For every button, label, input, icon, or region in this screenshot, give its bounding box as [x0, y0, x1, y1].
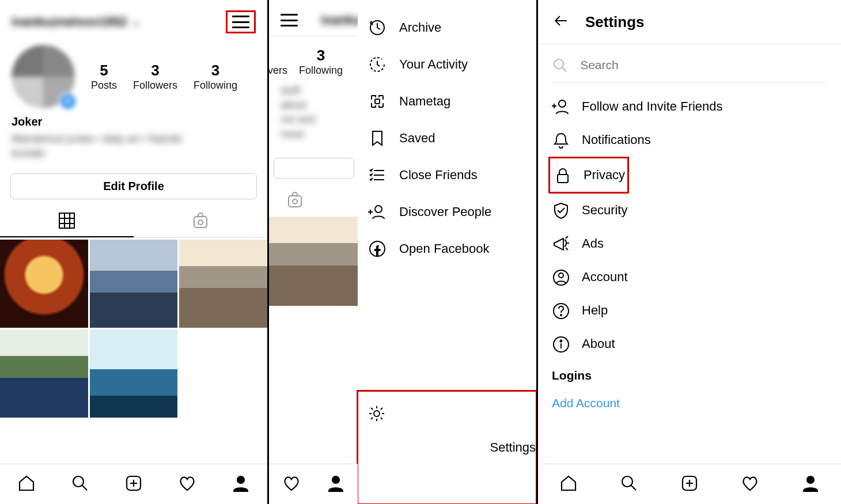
- settings-item-label: About: [582, 336, 615, 351]
- drawer-discover[interactable]: Discover People: [358, 194, 536, 230]
- svg-rect-13: [289, 196, 301, 207]
- tagged-icon: [286, 192, 304, 209]
- followers-stat-partial[interactable]: 3 vers: [269, 47, 287, 77]
- drawer-label: Discover People: [399, 204, 491, 219]
- svg-point-6: [198, 220, 203, 225]
- settings-security[interactable]: Security: [552, 194, 841, 227]
- username-label: ivankuznetsov1952: [12, 14, 127, 29]
- settings-ads[interactable]: Ads: [552, 227, 841, 260]
- following-count: 3: [299, 47, 343, 65]
- photo-thumbnail[interactable]: [269, 217, 358, 306]
- menu-button[interactable]: [226, 10, 256, 33]
- display-name: Joker: [12, 115, 256, 128]
- nav-profile[interactable]: [801, 474, 820, 495]
- drawer-saved[interactable]: Saved: [358, 120, 536, 157]
- drawer-activity[interactable]: Your Activity: [358, 46, 536, 83]
- bookmark-icon: [368, 129, 387, 147]
- drawer-label: Your Activity: [399, 57, 468, 72]
- drawer-archive[interactable]: Archive: [358, 9, 536, 46]
- profile-icon: [801, 474, 820, 492]
- heart-icon: [178, 474, 196, 492]
- drawer-nametag[interactable]: Nametag: [358, 83, 536, 120]
- back-button[interactable]: [552, 12, 570, 32]
- posts-stat[interactable]: 5 Posts: [91, 62, 117, 92]
- nav-profile[interactable]: [232, 474, 250, 495]
- settings-search[interactable]: [552, 57, 827, 83]
- nav-search[interactable]: [71, 474, 89, 495]
- settings-notifications[interactable]: Notifications: [552, 123, 841, 157]
- nav-activity[interactable]: [282, 474, 301, 495]
- settings-item-label: Follow and Invite Friends: [582, 99, 723, 114]
- photo-thumbnail[interactable]: [90, 240, 178, 328]
- megaphone-icon: [552, 235, 569, 252]
- gear-icon: [368, 404, 478, 491]
- nav-home[interactable]: [559, 474, 578, 495]
- help-icon: [552, 302, 569, 319]
- edit-profile-button-partial[interactable]: [274, 158, 354, 179]
- profile-bio: Joker Wanderlust junkie • daily art • Na…: [0, 112, 267, 166]
- svg-line-8: [82, 486, 87, 490]
- home-icon: [559, 474, 578, 492]
- following-stat[interactable]: 3 Following: [194, 62, 237, 92]
- search-input[interactable]: [580, 58, 827, 72]
- svg-point-7: [73, 476, 84, 487]
- photo-thumbnail[interactable]: [90, 329, 178, 418]
- info-icon: [552, 335, 569, 353]
- home-icon: [17, 474, 36, 492]
- add-user-icon: [552, 98, 569, 115]
- nav-profile[interactable]: [327, 474, 345, 495]
- tab-grid[interactable]: [0, 205, 134, 237]
- screen-settings: Settings Follow and Invite Friends Notif…: [538, 0, 841, 504]
- settings-privacy[interactable]: Privacy: [548, 157, 629, 194]
- followers-label: Followers: [133, 79, 177, 92]
- photo-thumbnail[interactable]: [179, 240, 267, 328]
- svg-point-39: [622, 476, 632, 487]
- grid-icon: [58, 212, 75, 229]
- facebook-icon: [368, 240, 387, 258]
- settings-logins-heading: Logins: [538, 361, 841, 386]
- add-story-icon[interactable]: +: [59, 92, 77, 111]
- photo-thumbnail[interactable]: [0, 329, 88, 418]
- username-dropdown[interactable]: ivankuznetsov1952 ⌄: [12, 14, 141, 29]
- svg-line-31: [566, 248, 568, 250]
- nav-activity[interactable]: [178, 474, 196, 495]
- plus-square-icon: [124, 474, 143, 492]
- svg-line-29: [566, 236, 568, 238]
- back-arrow-icon: [552, 12, 570, 30]
- svg-point-21: [374, 411, 380, 416]
- edit-profile-button[interactable]: Edit Profile: [10, 173, 257, 199]
- screen-profile-with-drawer: ivankuznetsov1952 3 vers 3 Following stu…: [269, 0, 538, 504]
- bottom-nav: [269, 464, 358, 504]
- svg-point-14: [293, 199, 297, 204]
- nav-home[interactable]: [17, 474, 36, 495]
- photo-thumbnail[interactable]: [0, 240, 88, 328]
- following-stat[interactable]: 3 Following: [299, 47, 343, 77]
- followers-label-fragment: vers: [269, 65, 287, 77]
- settings-add-account[interactable]: Add Account: [538, 386, 841, 410]
- heart-icon: [741, 474, 759, 492]
- followers-stat[interactable]: 3 Followers: [133, 62, 177, 92]
- avatar[interactable]: +: [12, 45, 75, 108]
- settings-item-label: Notifications: [582, 132, 651, 147]
- menu-button[interactable]: [281, 10, 298, 30]
- settings-about[interactable]: About: [552, 327, 841, 361]
- drawer-close-friends[interactable]: Close Friends: [358, 157, 536, 194]
- drawer-open-facebook[interactable]: Open Facebook: [358, 230, 536, 267]
- tab-tagged[interactable]: [134, 205, 267, 237]
- search-icon: [552, 57, 566, 73]
- tab-tagged[interactable]: [269, 184, 321, 217]
- nav-create[interactable]: [680, 474, 699, 495]
- svg-point-23: [554, 59, 563, 69]
- lock-icon: [554, 166, 571, 184]
- nav-activity[interactable]: [741, 474, 759, 495]
- settings-item-label: Account: [582, 270, 628, 285]
- svg-point-17: [375, 206, 382, 213]
- nav-create[interactable]: [124, 474, 143, 495]
- following-count: 3: [194, 62, 237, 79]
- settings-help[interactable]: Help: [552, 294, 841, 327]
- nav-search[interactable]: [620, 474, 638, 495]
- settings-account[interactable]: Account: [552, 260, 841, 294]
- following-label: Following: [299, 65, 343, 77]
- drawer-settings[interactable]: Settings: [357, 390, 537, 504]
- settings-follow-invite[interactable]: Follow and Invite Friends: [552, 90, 841, 123]
